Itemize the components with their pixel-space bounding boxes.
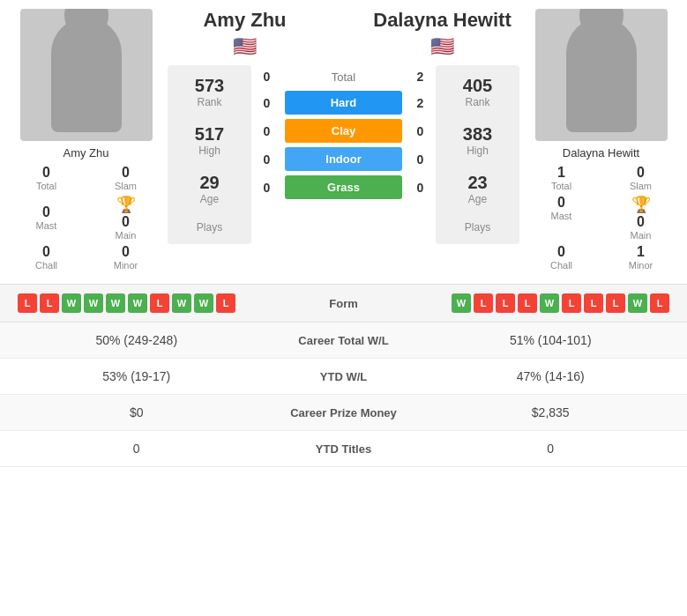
player2-mast-cell: 0 Mast: [524, 195, 599, 241]
player2-flag: 🇺🇸: [365, 35, 519, 58]
player2-slam-lbl: Slam: [630, 181, 652, 191]
bstat-lv-2: $0: [18, 405, 256, 419]
form-badge-p2-0: W: [452, 293, 471, 313]
player1-slam-lbl: Slam: [115, 181, 137, 191]
top-section: Amy Zhu 0 Total 0 Slam 0 Mast 🏆 0 Main: [0, 0, 687, 279]
player1-name-label: Amy Zhu: [63, 146, 108, 160]
player2-header: Dalayna Hewitt 🇺🇸: [365, 9, 519, 58]
player2-total-lbl: Total: [551, 181, 571, 191]
form-badge-p2-7: L: [606, 293, 625, 313]
form-badge-p2-5: L: [562, 293, 581, 313]
player1-high-stat: 517 High: [195, 124, 224, 157]
form-badge-p2-2: L: [496, 293, 515, 313]
player1-mast-val: 0: [42, 204, 50, 220]
player2-silhouette: [566, 18, 637, 132]
player1-rank-lbl: Rank: [197, 96, 221, 108]
player2-plays-lbl: Plays: [465, 221, 490, 234]
player1-age-lbl: Age: [200, 193, 219, 205]
form-center-label: Form: [256, 297, 432, 310]
player2-chall-val: 0: [557, 244, 565, 260]
form-badge-p2-6: L: [584, 293, 603, 313]
player1-avatar: [20, 9, 153, 141]
bstat-row-3: 0YTD Titles0: [0, 431, 687, 467]
form-badge-p1-5: W: [128, 293, 147, 313]
form-badge-p1-1: L: [40, 293, 59, 313]
player1-mini-stats: 573 Rank 517 High 29 Age Plays: [168, 65, 251, 244]
player2-minor-lbl: Minor: [629, 260, 653, 271]
total-row: 0 Total 2: [256, 70, 431, 84]
form-badge-p1-0: L: [18, 293, 37, 313]
bstat-rv-1: 47% (14-16): [432, 369, 670, 383]
player1-header-name: Amy Zhu: [168, 9, 322, 32]
bottom-stats: LLWWWWLWWL Form WLLLWLLLWL 50% (249-248)…: [0, 284, 687, 467]
player2-high-lbl: High: [467, 145, 489, 157]
bstat-label-2: Career Prize Money: [256, 406, 432, 419]
bstat-row-2: $0Career Prize Money$2,835: [0, 395, 687, 431]
player1-header: Amy Zhu 🇺🇸: [168, 9, 322, 58]
form-badges-left: LLWWWWLWWL: [18, 293, 256, 313]
indoor-badge: Indoor: [285, 147, 402, 171]
form-badge-p1-4: W: [106, 293, 125, 313]
player1-minor-val: 0: [122, 244, 130, 260]
form-badges-right: WLLLWLLLWL: [432, 293, 670, 313]
player1-age-val: 29: [199, 173, 219, 193]
player1-trophy-icon: 🏆: [116, 195, 136, 214]
player2-trophy-icon: 🏆: [631, 195, 651, 214]
grass-row: 0 Grass 0: [256, 175, 431, 199]
form-badge-p2-1: L: [474, 293, 493, 313]
player1-total-lbl: Total: [36, 181, 56, 191]
player2-main-lbl: Main: [631, 230, 652, 241]
player1-chall-val: 0: [42, 244, 50, 260]
hard-p1: 0: [256, 96, 278, 110]
bstat-row-1: 53% (19-17)YTD W/L47% (14-16): [0, 359, 687, 395]
player2-stats-grid: 1 Total 0 Slam 0 Mast 🏆 0 Main 0: [524, 165, 678, 271]
player1-main-lbl: Main: [116, 230, 137, 241]
player2-main-cell: 🏆 0 Main: [603, 195, 678, 241]
player2-age-stat: 23 Age: [467, 173, 487, 205]
player1-main-val: 0: [122, 214, 130, 230]
indoor-p2: 0: [409, 152, 431, 167]
player1-flag: 🇺🇸: [168, 35, 322, 58]
clay-p2: 0: [409, 124, 431, 138]
middle-column: Amy Zhu 🇺🇸 Dalayna Hewitt 🇺🇸 573 Rank: [168, 9, 519, 271]
total-p1-score: 0: [256, 70, 278, 84]
player1-rank-val: 573: [195, 76, 224, 96]
form-badge-p2-3: L: [518, 293, 537, 313]
clay-p1: 0: [256, 124, 278, 138]
form-badge-p1-3: W: [84, 293, 103, 313]
player2-high-val: 383: [463, 124, 492, 145]
player1-minor-cell: 0 Minor: [88, 244, 163, 271]
player2-high-stat: 383 High: [463, 124, 492, 157]
bstat-lv-1: 53% (19-17): [18, 369, 256, 383]
player1-stats-grid: 0 Total 0 Slam 0 Mast 🏆 0 Main 0: [9, 165, 163, 271]
form-badge-p2-9: L: [650, 293, 669, 313]
bstat-row-0: 50% (249-248)Career Total W/L51% (104-10…: [0, 323, 687, 359]
bstat-label-3: YTD Titles: [256, 442, 432, 456]
player1-high-lbl: High: [198, 145, 220, 157]
bstat-lv-0: 50% (249-248): [18, 333, 256, 347]
player2-minor-cell: 1 Minor: [603, 244, 678, 271]
form-badge-p1-9: L: [216, 293, 235, 313]
bstat-label-1: YTD W/L: [256, 370, 432, 383]
player2-column: Dalayna Hewitt 1 Total 0 Slam 0 Mast 🏆 0: [524, 9, 678, 271]
bstat-rv-0: 51% (104-101): [432, 333, 670, 347]
indoor-p1: 0: [256, 152, 278, 167]
player1-chall-cell: 0 Chall: [9, 244, 84, 271]
player1-age-stat: 29 Age: [199, 173, 219, 205]
player2-age-val: 23: [467, 173, 487, 193]
player2-mast-val: 0: [557, 195, 565, 211]
player2-total-val: 1: [557, 165, 565, 181]
grass-p1: 0: [256, 181, 278, 195]
player2-rank-val: 405: [463, 76, 492, 96]
player2-slam-cell: 0 Slam: [603, 165, 678, 191]
player2-minor-val: 1: [637, 244, 645, 260]
form-badge-p2-8: W: [628, 293, 647, 313]
player1-plays-lbl: Plays: [197, 221, 222, 234]
form-badge-p1-2: W: [62, 293, 81, 313]
indoor-row: 0 Indoor 0: [256, 147, 431, 171]
mid-inner: 573 Rank 517 High 29 Age Plays: [168, 65, 519, 244]
form-row: LLWWWWLWWL Form WLLLWLLLWL: [0, 285, 687, 323]
player2-avatar: [535, 9, 668, 141]
clay-badge: Clay: [285, 119, 402, 143]
surface-comparison: 0 Total 2 0 Hard 2 0 Clay 0: [256, 65, 431, 199]
